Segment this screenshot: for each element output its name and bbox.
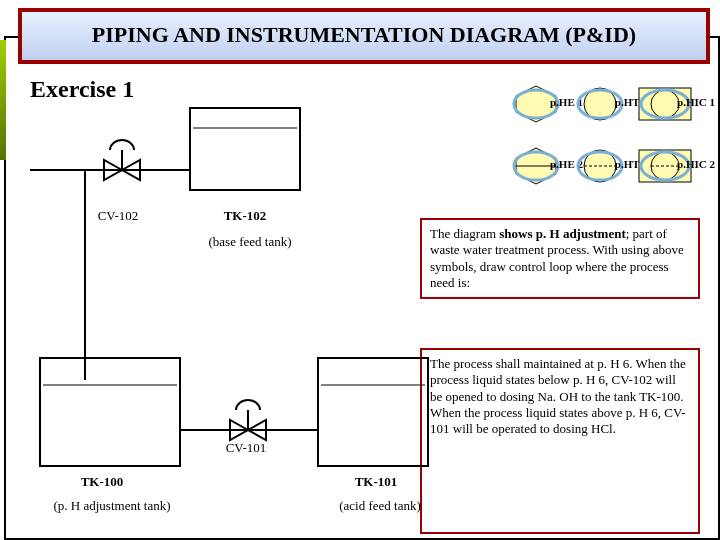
sym-phic1: p.HIC 1 — [634, 84, 696, 124]
legend-row-1: p.HE 1 p.HT 1 p.HIC 1 — [505, 84, 697, 124]
exercise-heading: Exercise 1 — [30, 76, 134, 103]
label-tk102sub: (base feed tank) — [190, 234, 310, 250]
process-diagram: CV-102 TK-102 (base feed tank) CV-101 TK… — [30, 100, 432, 520]
label-tk100: TK-100 — [81, 474, 124, 489]
sym-pht1: p.HT 1 — [569, 84, 631, 124]
label-cv101: CV-101 — [216, 440, 276, 456]
label-tk102: TK-102 — [224, 208, 267, 223]
pid-svg — [30, 100, 432, 520]
sym-pht2: p.HT 2 — [569, 146, 631, 186]
sym-phe2: p.HE 2 — [505, 146, 567, 186]
legend-row-2: p.HE 2 p.HT 2 p.HIC 2 — [505, 146, 697, 186]
svg-rect-28 — [318, 358, 428, 466]
label-tk100sub: (p. H adjustment tank) — [32, 498, 192, 514]
label-cv102: CV-102 — [78, 208, 158, 224]
label-tk101sub: (acid feed tank) — [320, 498, 440, 514]
label-tk101: TK-101 — [355, 474, 398, 489]
instruction-box-2: The process shall maintained at p. H 6. … — [420, 348, 700, 534]
sym-phic2: p.HIC 2 — [634, 146, 696, 186]
svg-rect-17 — [190, 108, 300, 190]
title-banner: PIPING AND INSTRUMENTATION DIAGRAM (P&ID… — [18, 8, 710, 64]
svg-rect-26 — [40, 358, 180, 466]
title-text: PIPING AND INSTRUMENTATION DIAGRAM (P&ID… — [22, 12, 706, 48]
accent-strip — [0, 40, 6, 160]
sym-phe1: p.HE 1 — [505, 84, 567, 124]
instruction-box-1: The diagram shows p. H adjustment; part … — [420, 218, 700, 299]
